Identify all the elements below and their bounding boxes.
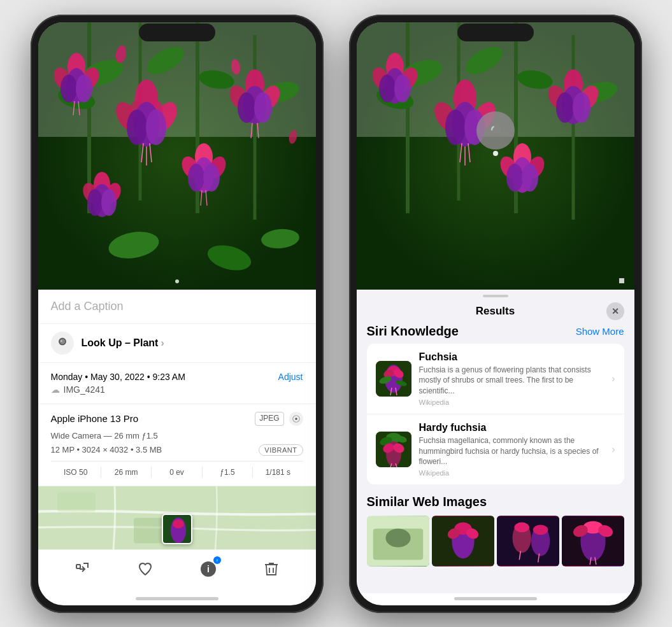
svg-point-18 — [146, 109, 166, 145]
svg-point-89 — [445, 109, 466, 145]
info-button[interactable]: i i — [197, 558, 220, 581]
results-header: Results ✕ — [357, 300, 634, 324]
hardy-fuchsia-source: Wikipedia — [419, 469, 604, 477]
similar-images-row — [367, 516, 624, 567]
photo-display[interactable] — [38, 22, 316, 290]
image-filename: IMG_4241 — [64, 384, 105, 395]
photo-date: Monday • May 30, 2022 • 9:23 AM — [51, 372, 185, 382]
svg-point-59 — [295, 418, 297, 420]
hardy-fuchsia-name: Hardy fuchsia — [419, 422, 604, 433]
svg-point-105 — [573, 92, 590, 123]
svg-rect-67 — [76, 565, 80, 568]
favorite-button[interactable] — [134, 558, 157, 581]
svg-point-110 — [506, 164, 523, 192]
close-button[interactable]: ✕ — [606, 302, 624, 320]
lookup-bold: Look Up – — [82, 337, 131, 348]
siri-knowledge-section: Siri Knowledge Show More — [357, 324, 634, 485]
lookup-arrow: › — [161, 337, 164, 348]
photo-display-2 — [357, 22, 634, 290]
caption-placeholder: Add a Caption — [51, 300, 124, 313]
exif-row: ISO 50 26 mm 0 ev ƒ1.5 1/181 s — [51, 461, 303, 478]
svg-point-99 — [394, 74, 411, 102]
siri-knowledge-title: Siri Knowledge — [367, 324, 459, 339]
svg-point-48 — [188, 164, 204, 192]
device-name: Apple iPhone 13 Pro — [51, 413, 139, 424]
results-title: Results — [476, 305, 515, 318]
drag-handle[interactable] — [483, 295, 508, 297]
phone-2: Results ✕ Siri Knowledge Show More — [349, 15, 642, 613]
svg-rect-63 — [57, 492, 96, 511]
visual-lookup-icon — [51, 332, 74, 355]
cloud-icon: ☁ — [51, 384, 60, 395]
svg-point-98 — [379, 74, 396, 102]
svg-point-58 — [61, 340, 62, 342]
svg-point-66 — [173, 519, 184, 528]
svg-point-43 — [101, 189, 117, 216]
similar-images-section: Similar Web Images — [357, 484, 634, 572]
photo-page-indicator — [175, 279, 179, 283]
hardy-fuchsia-description: Fuchsia magellanica, commonly known as t… — [419, 435, 604, 467]
fuchsia-description: Fuchsia is a genus of flowering plants t… — [419, 365, 604, 397]
svg-point-42 — [87, 189, 103, 216]
show-more-button[interactable]: Show More — [576, 326, 624, 337]
phone-1-screen: Add a Caption Look Up – Plant› — [38, 22, 316, 605]
phone-1: Add a Caption Look Up – Plant› — [31, 15, 324, 613]
svg-point-27 — [76, 74, 92, 102]
map-area[interactable] — [38, 486, 316, 549]
svg-point-35 — [254, 92, 272, 123]
camera-specs: Wide Camera — 26 mm ƒ1.5 — [51, 431, 303, 440]
svg-point-26 — [61, 74, 77, 102]
svg-point-111 — [522, 164, 538, 192]
similar-images-title: Similar Web Images — [367, 495, 624, 509]
similar-image-4[interactable] — [562, 516, 624, 567]
adjust-button[interactable]: Adjust — [278, 372, 303, 382]
format-badges: JPEG — [255, 412, 303, 426]
phone-2-screen: Results ✕ Siri Knowledge Show More — [357, 22, 634, 605]
photo-toolbar: i i — [38, 549, 316, 593]
similar-image-3[interactable] — [497, 516, 559, 567]
caption-field[interactable]: Add a Caption — [38, 290, 316, 324]
map-photo-thumb — [162, 514, 192, 544]
location-icon — [289, 412, 303, 426]
format-badge: JPEG — [255, 412, 283, 426]
exif-aperture: ƒ1.5 — [203, 467, 253, 478]
knowledge-card: Fuchsia Fuchsia is a genus of flowering … — [367, 344, 624, 485]
fuchsia-name: Fuchsia — [419, 351, 604, 363]
hardy-fuchsia-thumbnail — [376, 432, 411, 467]
device-section: Apple iPhone 13 Pro JPEG Wide Camera — 2… — [38, 404, 316, 486]
close-icon: ✕ — [611, 306, 619, 316]
hardy-fuchsia-arrow: › — [611, 444, 615, 455]
home-indicator-2 — [454, 597, 537, 600]
svg-point-133 — [385, 529, 410, 547]
svg-point-34 — [238, 92, 255, 123]
similar-image-1[interactable] — [367, 516, 429, 567]
lookup-row[interactable]: Look Up – Plant› — [38, 324, 316, 363]
hardy-fuchsia-content: Hardy fuchsia Fuchsia magellanica, commo… — [419, 422, 604, 477]
visual-search-badge[interactable] — [476, 111, 515, 150]
similar-image-2[interactable] — [432, 516, 494, 567]
fuchsia-content: Fuchsia Fuchsia is a genus of flowering … — [419, 351, 604, 406]
fuchsia-thumbnail — [376, 361, 411, 397]
exif-shutter: 1/181 s — [253, 467, 303, 478]
lookup-plant: Plant — [131, 337, 159, 348]
fuchsia-arrow: › — [611, 373, 615, 384]
results-panel: Results ✕ Siri Knowledge Show More — [357, 290, 634, 593]
svg-point-143 — [533, 525, 548, 535]
svg-text:i: i — [207, 564, 210, 574]
svg-point-142 — [514, 523, 529, 533]
lookup-text: Look Up – Plant› — [82, 337, 164, 349]
share-button[interactable] — [71, 558, 94, 581]
visual-search-dot — [493, 151, 498, 156]
svg-point-104 — [556, 92, 574, 123]
knowledge-item-hardy-fuchsia[interactable]: Hardy fuchsia Fuchsia magellanica, commo… — [367, 414, 624, 484]
photo-page-dot-2 — [619, 278, 624, 283]
delete-button[interactable] — [260, 558, 283, 581]
notch — [139, 24, 215, 41]
fuchsia-source: Wikipedia — [419, 398, 604, 406]
mp-specs: 12 MP • 3024 × 4032 • 3.5 MB — [51, 445, 162, 454]
vibrant-badge: VIBRANT — [259, 444, 303, 456]
svg-point-17 — [127, 109, 147, 145]
photo-info-section: Monday • May 30, 2022 • 9:23 AM Adjust ☁… — [38, 363, 316, 404]
exif-iso: ISO 50 — [51, 467, 101, 478]
knowledge-item-fuchsia[interactable]: Fuchsia Fuchsia is a genus of flowering … — [367, 344, 624, 414]
